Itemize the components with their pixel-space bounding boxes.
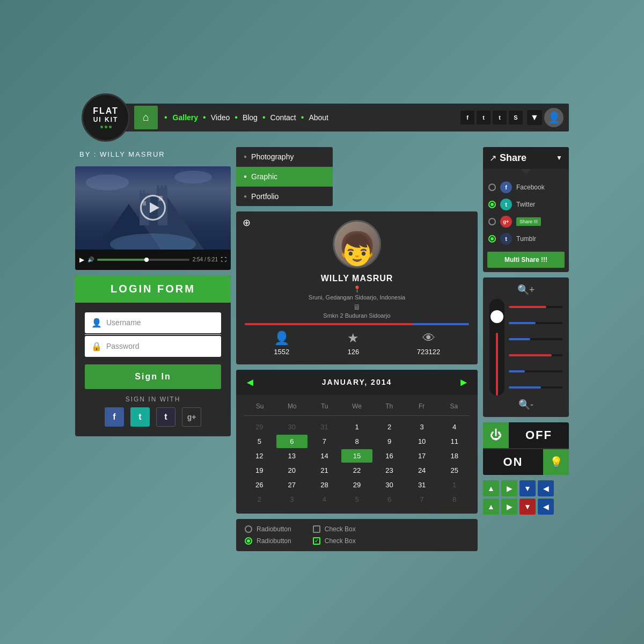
cal-day[interactable]: 6 <box>374 493 405 506</box>
nav-item-video[interactable]: Video <box>208 113 233 122</box>
social-twitter-button[interactable]: t <box>130 407 150 427</box>
cal-day[interactable]: 2 <box>244 493 275 506</box>
share-twitter[interactable]: t Twitter <box>488 196 564 213</box>
cal-day[interactable]: 23 <box>374 464 405 477</box>
checkbox1[interactable]: Check Box <box>313 525 356 533</box>
social-gplus-button[interactable]: g+ <box>182 407 201 427</box>
add-button[interactable]: ⊕ <box>243 217 251 229</box>
nav-item-blog[interactable]: Blog <box>239 113 261 122</box>
play-icon[interactable]: ▶ <box>79 256 84 264</box>
cal-day[interactable]: 7 <box>309 435 340 448</box>
checkbox2[interactable]: ✓ Check Box <box>313 537 356 545</box>
cal-day[interactable]: 8 <box>341 435 373 448</box>
sign-in-button[interactable]: Sign In <box>85 364 221 389</box>
cal-day[interactable]: 29 <box>341 478 373 492</box>
social-facebook-button[interactable]: f <box>105 407 124 427</box>
arrow-up-green2[interactable]: ▲ <box>483 499 499 515</box>
zoom-in-icon[interactable]: 🔍+ <box>517 284 535 296</box>
cal-day[interactable]: 4 <box>438 420 470 434</box>
cal-day[interactable]: 1 <box>438 478 470 492</box>
volume-icon[interactable]: 🔊 <box>87 257 94 262</box>
nav-dropdown-arrow[interactable]: ▼ <box>527 110 542 125</box>
vertical-slider[interactable] <box>489 299 504 396</box>
cal-day[interactable]: 18 <box>438 449 470 463</box>
nav-facebook-icon[interactable]: f <box>460 111 474 125</box>
nav-item-about[interactable]: About <box>305 113 332 122</box>
h-slider-2[interactable] <box>509 322 562 324</box>
cal-day[interactable]: 31 <box>406 478 438 492</box>
cal-day-6[interactable]: 6 <box>276 435 308 448</box>
arrow-down-blue[interactable]: ▼ <box>519 480 536 496</box>
cal-day[interactable]: 28 <box>309 478 340 492</box>
cal-day[interactable]: 30 <box>374 478 405 492</box>
h-slider-5[interactable] <box>509 370 562 372</box>
nav-tumblr-icon[interactable]: t <box>493 111 507 125</box>
home-icon[interactable]: ⌂ <box>134 106 158 129</box>
cal-day[interactable]: 11 <box>438 435 470 448</box>
cal-day[interactable]: 5 <box>341 493 373 506</box>
cal-day[interactable]: 22 <box>341 464 373 477</box>
radio2[interactable]: Radiobutton <box>245 537 291 545</box>
cal-day[interactable]: 17 <box>406 449 438 463</box>
cal-day[interactable]: 9 <box>374 435 405 448</box>
cal-day[interactable]: 27 <box>276 478 308 492</box>
cal-day[interactable]: 8 <box>438 493 470 506</box>
cal-day[interactable]: 13 <box>276 449 308 463</box>
cal-day[interactable]: 19 <box>244 464 275 477</box>
nav-item-contact[interactable]: Contact <box>267 113 299 122</box>
cal-next-button[interactable]: ► <box>458 376 469 389</box>
nav-twitter-icon[interactable]: t <box>477 111 491 125</box>
share-googleplus[interactable]: g+ Share !!! <box>488 213 564 230</box>
cal-day[interactable]: 3 <box>276 493 308 506</box>
social-tumblr-button[interactable]: t <box>156 407 175 427</box>
dropdown-item-photography[interactable]: ● Photography <box>236 147 333 167</box>
h-slider-4[interactable] <box>509 354 562 356</box>
cal-day[interactable]: 12 <box>244 449 275 463</box>
multi-share-button[interactable]: Multi Share !!! <box>487 252 565 268</box>
cal-day[interactable]: 29 <box>244 420 275 434</box>
cal-day[interactable]: 4 <box>309 493 340 506</box>
dropdown-item-portfolio[interactable]: ● Portfolio <box>236 187 333 206</box>
cal-prev-button[interactable]: ◄ <box>245 376 255 389</box>
share-facebook[interactable]: f Facebook <box>488 179 564 196</box>
fullscreen-icon[interactable]: ⛶ <box>221 257 226 262</box>
cal-day[interactable]: 2 <box>374 420 405 434</box>
cal-day[interactable]: 3 <box>406 420 438 434</box>
h-slider-6[interactable] <box>509 386 562 389</box>
dropdown-item-graphic[interactable]: ● Graphic <box>236 167 333 187</box>
cal-day[interactable]: 31 <box>309 420 340 434</box>
arrow-left-blue[interactable]: ◀ <box>538 480 554 496</box>
h-slider-1[interactable] <box>509 306 562 308</box>
cal-day[interactable]: 25 <box>438 464 470 477</box>
cal-day[interactable]: 24 <box>406 464 438 477</box>
share-dropdown-toggle[interactable]: ▼ <box>556 154 562 162</box>
toggle-on-row[interactable]: ON 💡 <box>483 449 569 475</box>
cal-day[interactable]: 30 <box>276 420 308 434</box>
arrow-down-red[interactable]: ▼ <box>519 499 536 515</box>
play-button[interactable] <box>140 195 166 221</box>
zoom-out-icon[interactable]: 🔍- <box>518 399 533 411</box>
cal-day[interactable]: 5 <box>244 435 275 448</box>
cal-day[interactable]: 21 <box>309 464 340 477</box>
cal-day[interactable]: 7 <box>406 493 438 506</box>
nav-skype-icon[interactable]: S <box>509 111 523 125</box>
arrow-right-green2[interactable]: ▶ <box>501 499 517 515</box>
progress-bar[interactable] <box>97 259 189 261</box>
h-slider-3[interactable] <box>509 338 562 340</box>
cal-day-15[interactable]: 15 <box>341 449 373 463</box>
nav-item-gallery[interactable]: Gallery <box>170 113 201 122</box>
cal-day[interactable]: 10 <box>406 435 438 448</box>
cal-day[interactable]: 14 <box>309 449 340 463</box>
share-tumblr[interactable]: t Tumblr <box>488 230 564 247</box>
password-input-wrap[interactable]: 🔒 Password <box>85 336 221 357</box>
cal-day[interactable]: 1 <box>341 420 373 434</box>
cal-day[interactable]: 26 <box>244 478 275 492</box>
cal-day[interactable]: 16 <box>374 449 405 463</box>
arrow-left-blue2[interactable]: ◀ <box>538 499 554 515</box>
cal-day[interactable]: 20 <box>276 464 308 477</box>
toggle-off-row[interactable]: ⏻ OFF <box>483 422 569 448</box>
arrow-right-green[interactable]: ▶ <box>501 480 517 496</box>
username-input-wrap[interactable]: 👤 Username <box>85 312 221 333</box>
radio1[interactable]: Radiobutton <box>245 525 291 533</box>
share-btn[interactable]: Share !!! <box>516 217 541 226</box>
